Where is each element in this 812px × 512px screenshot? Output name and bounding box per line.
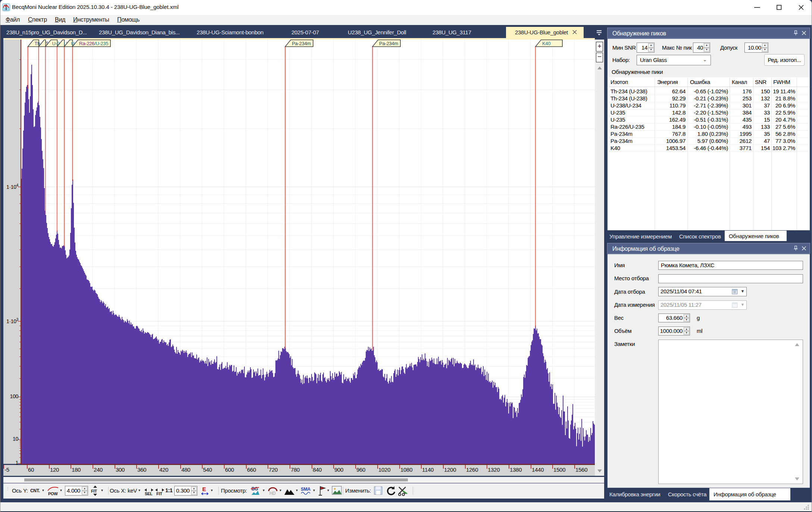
svg-text:E: E (202, 486, 206, 492)
svg-text:SMA: SMA (301, 487, 310, 492)
svg-text:Th: Th (35, 41, 40, 46)
svg-text:Pa-234m: Pa-234m (379, 41, 398, 46)
svg-text:Pa-234m: Pa-234m (292, 41, 311, 46)
svg-text:Ra-226/U-235: Ra-226/U-235 (79, 41, 108, 46)
svg-text:K40: K40 (542, 41, 550, 46)
svg-text:FIT: FIT (91, 489, 97, 493)
svg-text:FIT: FIT (156, 491, 162, 496)
svg-text:HD: HD (269, 491, 276, 496)
svg-text:SEL: SEL (145, 491, 153, 496)
svg-text:POW: POW (48, 491, 58, 496)
